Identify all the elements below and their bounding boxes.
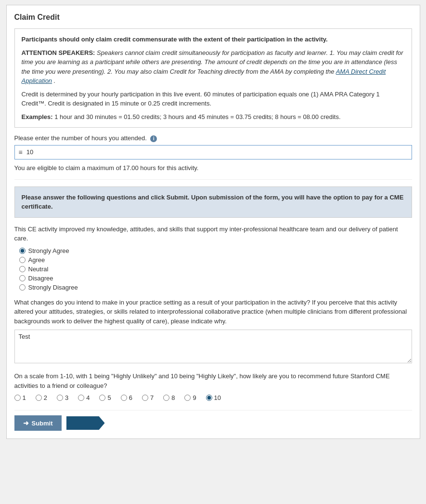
option-agree[interactable]: Agree: [19, 256, 412, 264]
option-strongly-disagree[interactable]: Strongly Disagree: [19, 284, 412, 291]
scale-option-3[interactable]: 3: [57, 394, 68, 401]
scale-row: 1 2 3 4 5 6 7: [14, 394, 412, 401]
divider: [14, 179, 412, 180]
examples-bold: Examples:: [22, 113, 53, 120]
scale-option-9[interactable]: 9: [184, 394, 196, 401]
hours-section: Please enter the number of hours you att…: [14, 134, 412, 172]
question3-text: On a scale from 1-10, with 1 being "High…: [14, 371, 412, 390]
scale-option-2[interactable]: 2: [36, 394, 47, 401]
option-neutral[interactable]: Neutral: [19, 265, 412, 273]
examples-text: 1 hour and 30 minutes = 01.50 credits; 3…: [54, 113, 340, 120]
list-icon: ≡: [19, 148, 23, 156]
page-container: Claim Credit Participants should only cl…: [6, 5, 420, 439]
arrow-decoration: [66, 416, 105, 430]
radio-scale-10[interactable]: [206, 395, 212, 401]
info-line3: Credit is determined by your hourly part…: [22, 90, 405, 108]
submit-arrow-icon: ➜: [23, 419, 29, 427]
radio-agree[interactable]: [19, 257, 26, 263]
scale-option-4[interactable]: 4: [78, 394, 90, 401]
info-line4: Examples: 1 hour and 30 minutes = 01.50 …: [22, 112, 405, 122]
radio-scale-2[interactable]: [36, 395, 42, 401]
option-strongly-agree-label: Strongly Agree: [28, 247, 69, 254]
radio-scale-6[interactable]: [121, 395, 127, 401]
hours-input-wrapper: ≡: [14, 145, 412, 159]
radio-strongly-agree[interactable]: [19, 248, 26, 254]
radio-scale-4[interactable]: [78, 395, 84, 401]
radio-scale-9[interactable]: [184, 395, 191, 401]
option-neutral-label: Neutral: [28, 265, 49, 273]
info-icon[interactable]: i: [150, 135, 157, 142]
question2-block: What changes do you intend to make in yo…: [14, 298, 412, 365]
info-line2: ATTENTION SPEAKERS: Speakers cannot clai…: [22, 48, 405, 86]
scale-option-10[interactable]: 10: [206, 394, 221, 401]
question3-block: On a scale from 1-10, with 1 being "High…: [14, 371, 412, 401]
option-agree-label: Agree: [28, 256, 45, 264]
question2-textarea[interactable]: Test: [14, 330, 412, 363]
submit-label: Submit: [32, 420, 53, 427]
submit-button[interactable]: ➜ Submit: [14, 415, 62, 431]
radio-strongly-disagree[interactable]: [19, 284, 26, 291]
scale-option-8[interactable]: 8: [163, 394, 175, 401]
radio-scale-1[interactable]: [14, 395, 21, 401]
option-disagree[interactable]: Disagree: [19, 275, 412, 282]
question1-text: This CE activity improved my knowledge, …: [14, 225, 412, 243]
option-strongly-agree[interactable]: Strongly Agree: [19, 247, 412, 254]
info-line1: Participants should only claim credit co…: [22, 35, 405, 44]
attention-bold: ATTENTION SPEAKERS:: [22, 49, 95, 56]
question1-block: This CE activity improved my knowledge, …: [14, 225, 412, 291]
question1-radio-group: Strongly Agree Agree Neutral Disagree St…: [19, 247, 412, 291]
eligible-text: You are eligible to claim a maximum of 1…: [14, 164, 412, 172]
radio-neutral[interactable]: [19, 266, 26, 272]
scale-option-6[interactable]: 6: [121, 394, 132, 401]
info-box: Participants should only claim credit co…: [14, 28, 412, 128]
hours-input[interactable]: [26, 148, 408, 156]
radio-scale-7[interactable]: [142, 395, 148, 401]
option-disagree-label: Disagree: [28, 275, 53, 282]
option-strongly-disagree-label: Strongly Disagree: [28, 284, 78, 291]
radio-scale-8[interactable]: [163, 395, 169, 401]
question-header: Please answer the following questions an…: [14, 186, 412, 218]
submit-row: ➜ Submit: [14, 410, 412, 431]
page-title: Claim Credit: [14, 13, 412, 22]
radio-scale-5[interactable]: [99, 395, 105, 401]
radio-scale-3[interactable]: [57, 395, 63, 401]
scale-option-7[interactable]: 7: [142, 394, 154, 401]
radio-disagree[interactable]: [19, 275, 26, 281]
scale-option-1[interactable]: 1: [14, 394, 26, 401]
scale-option-5[interactable]: 5: [99, 394, 111, 401]
hours-label: Please enter the number of hours you att…: [14, 134, 412, 142]
question2-text: What changes do you intend to make in yo…: [14, 298, 412, 326]
